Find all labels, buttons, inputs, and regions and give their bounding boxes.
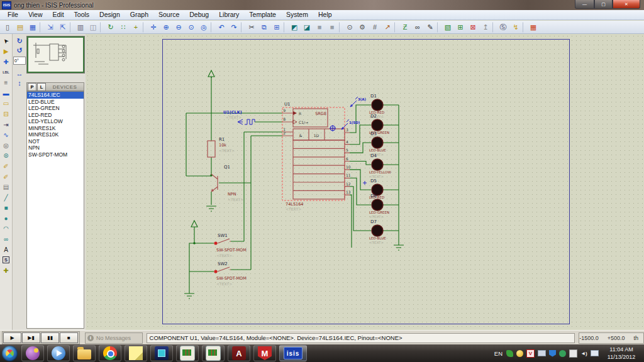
electrical-check-button[interactable]: ↯ <box>509 21 522 33</box>
device-list-item[interactable]: NPN <box>27 145 84 151</box>
menu-item[interactable]: System <box>281 10 313 19</box>
decompose-button[interactable]: ↗ <box>381 21 394 33</box>
step-button[interactable]: ▶▮ <box>22 332 40 343</box>
grid-toggle-button[interactable]: ∷ <box>117 21 130 33</box>
pan-button[interactable]: ✛ <box>147 21 160 33</box>
2d-symbol-button[interactable]: S <box>1 255 11 265</box>
separator[interactable] <box>70 22 74 33</box>
menu-item[interactable]: Design <box>94 10 125 19</box>
current-probe-mode-button[interactable]: ✐ <box>1 172 11 182</box>
taskbar-app-media-player[interactable] <box>47 345 70 361</box>
switch-sw2[interactable]: SW2 SW-SPDT-MOM <TEXT> <box>214 261 246 286</box>
device-list-item[interactable]: SW-SPDT-MOM <box>27 151 84 158</box>
pick-parts-button[interactable]: ⊙ <box>343 21 356 33</box>
rotate-counterclockwise-button[interactable]: ↺ <box>14 46 25 55</box>
2d-line-button[interactable]: ╱ <box>1 192 11 203</box>
redraw-button[interactable]: ↻ <box>104 21 117 33</box>
2d-arc-button[interactable]: ◠ <box>1 224 11 234</box>
print-button[interactable]: ▥ <box>74 21 87 33</box>
led-d7[interactable]: D7 LED-BLUE <TEXT> <box>369 219 386 244</box>
separator[interactable] <box>523 22 526 33</box>
search-tag-button[interactable]: ∞ <box>411 21 424 33</box>
zoom-all-button[interactable]: ⊙ <box>185 21 197 33</box>
text-script-button[interactable]: Ⓢ <box>497 21 509 33</box>
separator[interactable] <box>437 22 441 33</box>
start-button[interactable] <box>2 346 18 361</box>
terminal-mode-button[interactable]: ⊟ <box>1 109 11 119</box>
2d-text-button[interactable]: A <box>1 244 11 255</box>
pause-button[interactable]: ▮▮ <box>41 332 59 343</box>
separator[interactable] <box>339 22 343 33</box>
device-list-item[interactable]: LED-GREEN <box>27 105 84 112</box>
separator[interactable] <box>40 22 43 33</box>
save-file-button[interactable]: ▦ <box>26 21 39 33</box>
wire-label-mode-button[interactable]: LBL <box>1 67 11 78</box>
block-delete-button[interactable]: ■ <box>326 21 338 33</box>
junction-dot-mode-button[interactable]: ✚ <box>1 57 11 67</box>
device-list-item[interactable]: MINRES1K <box>27 125 84 132</box>
zoom-area-button[interactable]: ◎ <box>197 21 210 33</box>
import-section-button[interactable]: ⇲ <box>44 21 57 33</box>
menu-item[interactable]: Library <box>214 10 244 19</box>
menu-item[interactable]: Help <box>313 10 337 19</box>
redo-button[interactable]: ↷ <box>228 21 240 33</box>
taskbar-app-isis-2[interactable] <box>202 345 225 361</box>
network-icon[interactable] <box>591 350 599 356</box>
rotation-angle-field[interactable]: 0° <box>13 57 26 65</box>
tray-antivirus-icon[interactable]: V <box>526 349 535 358</box>
menu-item[interactable]: Graph <box>125 10 153 19</box>
menu-item[interactable]: View <box>23 10 48 19</box>
taskbar-app-photoscape[interactable] <box>21 345 44 361</box>
bus-mode-button[interactable]: ▬ <box>1 88 11 99</box>
new-sheet-button[interactable]: ⊞ <box>454 21 467 33</box>
schematic-canvas[interactable]: R1 10k <TEXT> Q1 NPN <TEXT> U1(CLK) <TEX… <box>86 34 644 330</box>
wire-autorouter-button[interactable]: Ƶ <box>399 21 411 33</box>
separator[interactable] <box>241 22 245 33</box>
open-file-button[interactable]: ▤ <box>14 21 26 33</box>
device-list-item[interactable]: MINRES10K <box>27 131 84 138</box>
pick-devices-button[interactable]: P <box>28 83 36 91</box>
origin-button[interactable]: + <box>130 21 142 33</box>
tray-clipboard-icon[interactable] <box>569 349 577 358</box>
property-assignment-button[interactable]: ✎ <box>424 21 436 33</box>
minimize-button[interactable]: — <box>575 0 594 9</box>
language-indicator[interactable]: EN <box>494 350 502 357</box>
ic-u1-74ls164[interactable]: SRG8 R C1/→ & 1D 9 8 1 2 3 4 5 6 10 11 1… <box>282 102 351 211</box>
mirror-horizontal-button[interactable]: ↔ <box>14 69 25 78</box>
menu-item[interactable]: Debug <box>184 10 214 19</box>
device-list-item[interactable]: LED-RED <box>27 112 84 119</box>
2d-path-button[interactable]: ∞ <box>1 234 11 244</box>
selection-mode-button[interactable]: ➤ <box>1 36 11 47</box>
play-button[interactable]: ▶ <box>3 332 21 343</box>
taskbar-app-sticky-notes[interactable] <box>125 345 147 361</box>
led-d4[interactable]: D4 LED-YELLOW <TEXT> <box>369 153 391 178</box>
goto-sheet-button[interactable]: ↥ <box>479 21 492 33</box>
make-device-button[interactable]: ⚙ <box>356 21 369 33</box>
taskbar-app-isis-1[interactable] <box>176 345 199 361</box>
netlist-to-ares-button[interactable]: ▦ <box>527 21 540 33</box>
separator[interactable] <box>211 22 214 33</box>
taskbar-app-ares[interactable] <box>150 345 173 361</box>
separator[interactable] <box>143 22 147 33</box>
separator[interactable] <box>100 22 104 33</box>
design-explorer-button[interactable]: ▧ <box>441 21 454 33</box>
mark-output-area-button[interactable]: ◫ <box>87 21 99 33</box>
switch-sw1[interactable]: SW1 SW-SPDT-MOM <TEXT> <box>214 233 246 258</box>
separator[interactable] <box>394 22 398 33</box>
remove-sheet-button[interactable]: ⊠ <box>467 21 479 33</box>
device-list-item[interactable]: LED-BLUE <box>27 99 84 106</box>
taskbar-app-adobe-reader[interactable]: A <box>228 345 250 361</box>
block-rotate-button[interactable]: ■ <box>313 21 326 33</box>
mirror-vertical-button[interactable]: ↕ <box>14 78 25 87</box>
virtual-instrument-mode-button[interactable]: ▤ <box>1 182 11 192</box>
tray-sync-icon[interactable] <box>559 350 566 357</box>
text-script-mode-button[interactable]: ≡ <box>1 77 11 88</box>
subcircuit-mode-button[interactable]: ▭ <box>1 99 11 109</box>
device-list-item[interactable]: NOT <box>27 138 84 145</box>
tape-recorder-mode-button[interactable]: ◎ <box>1 140 11 151</box>
taskbar-app-chrome[interactable] <box>99 345 121 361</box>
library-button[interactable]: L <box>37 83 46 91</box>
clock-generator[interactable]: U1(CLK) <TEXT> <box>223 110 255 124</box>
new-file-button[interactable]: ▯ <box>1 21 14 33</box>
zoom-in-button[interactable]: ⊕ <box>160 21 172 33</box>
